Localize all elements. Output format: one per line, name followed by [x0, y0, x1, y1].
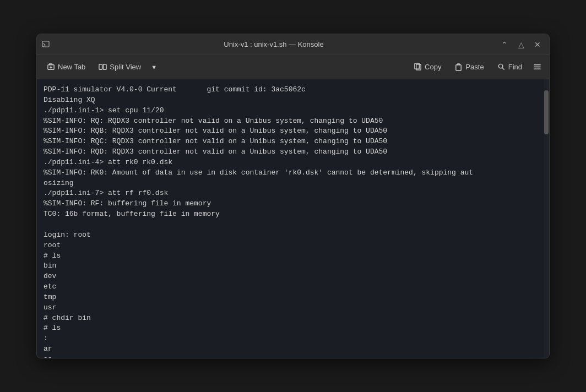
terminal-area: PDP-11 simulator V4.0-0 Current git comm… — [37, 79, 549, 358]
scrollbar-track[interactable] — [544, 79, 549, 358]
paste-icon — [454, 63, 463, 71]
find-icon — [497, 63, 506, 71]
terminal-output[interactable]: PDP-11 simulator V4.0-0 Current git comm… — [37, 79, 544, 358]
window-title: Unix-v1 : unix-v1.sh — Konsole — [50, 40, 497, 48]
svg-rect-8 — [104, 64, 107, 69]
paste-label: Paste — [465, 63, 484, 71]
find-button[interactable]: Find — [492, 60, 528, 74]
close-button[interactable]: ✕ — [530, 37, 545, 52]
minimize-button[interactable]: ⌃ — [497, 37, 512, 52]
titlebar: Unix-v1 : unix-v1.sh — Konsole ⌃ △ ✕ — [37, 34, 549, 55]
titlebar-left — [41, 40, 50, 49]
svg-rect-0 — [42, 41, 49, 47]
main-window: Unix-v1 : unix-v1.sh — Konsole ⌃ △ ✕ New… — [36, 34, 550, 358]
maximize-button[interactable]: △ — [514, 37, 528, 52]
split-view-button[interactable]: Split View — [93, 60, 146, 74]
split-view-dropdown[interactable]: ▼ — [149, 61, 159, 73]
terminal-icon — [41, 40, 50, 49]
new-tab-button[interactable]: New Tab — [41, 60, 91, 74]
paste-button[interactable]: Paste — [449, 60, 489, 74]
svg-rect-11 — [456, 65, 461, 70]
svg-line-13 — [502, 68, 504, 69]
hamburger-icon — [533, 63, 541, 71]
window-controls: ⌃ △ ✕ — [497, 37, 545, 52]
find-label: Find — [508, 63, 522, 71]
split-view-icon — [99, 63, 107, 71]
new-tab-icon — [47, 63, 55, 71]
toolbar: New Tab Split View ▼ Copy Paste — [37, 55, 549, 79]
svg-rect-7 — [99, 64, 102, 69]
copy-icon — [414, 63, 422, 71]
menu-button[interactable] — [530, 60, 545, 74]
scrollbar-thumb[interactable] — [544, 90, 549, 134]
copy-button[interactable]: Copy — [408, 60, 447, 74]
copy-label: Copy — [425, 63, 441, 71]
new-tab-label: New Tab — [58, 63, 85, 71]
split-view-label: Split View — [110, 63, 141, 71]
